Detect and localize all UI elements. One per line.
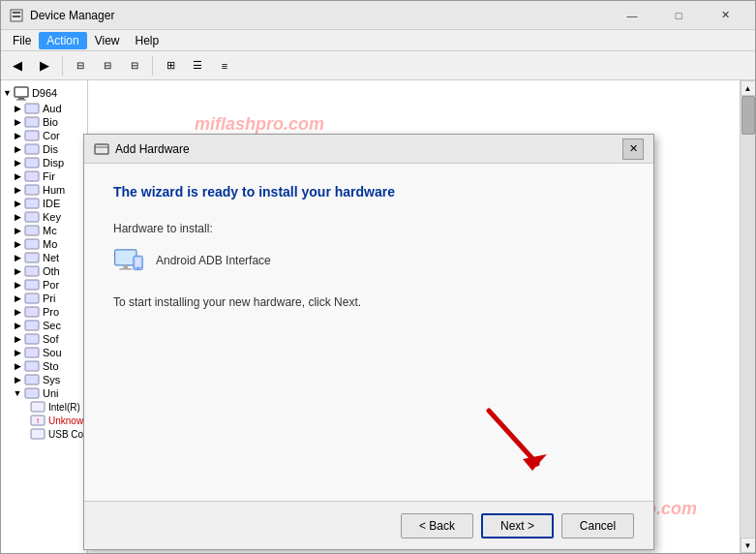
tree-item-aud[interactable]: ▶ Aud [9, 102, 87, 115]
svg-rect-32 [95, 144, 108, 154]
expand-pri: ▶ [13, 293, 22, 303]
tree-item-hum[interactable]: ▶ Hum [9, 183, 87, 197]
tree-item-cor[interactable]: ▶ Cor [9, 129, 87, 142]
sub-item-intel[interactable]: Intel(R) USB 3.0 eXtensible Host Control… [28, 400, 87, 414]
view-button1[interactable]: ☰ [185, 54, 210, 77]
svg-rect-23 [25, 334, 39, 344]
svg-rect-9 [25, 144, 39, 154]
scroll-up[interactable]: ▲ [741, 80, 756, 96]
tree-item-key[interactable]: ▶ Key [9, 210, 87, 224]
svg-rect-8 [25, 131, 39, 140]
toolbar-btn2[interactable]: ⊟ [95, 54, 120, 77]
menu-help[interactable]: Help [128, 32, 167, 49]
tree-item-net[interactable]: ▶ Net [9, 251, 87, 264]
sub-item-unknown[interactable]: ! Unknown USB Device (Device Descriptor … [28, 414, 87, 427]
item-label-sto: Sto [43, 360, 59, 372]
tree-item-disp[interactable]: ▶ Disp [9, 156, 87, 169]
menu-view[interactable]: View [87, 32, 128, 49]
menu-bar: File Action View Help [1, 30, 755, 51]
usb-icon-unknown: ! [30, 415, 45, 426]
toolbar-btn3[interactable]: ⊟ [122, 54, 147, 77]
dialog-title-bar: Add Hardware ✕ [84, 135, 653, 164]
tree-item-oth[interactable]: ▶ Oth [9, 264, 87, 278]
cancel-button-dialog[interactable]: Cancel [561, 513, 634, 539]
sub-item-composite-label: USB Composite Device [48, 429, 87, 440]
forward-button[interactable]: ▶ [32, 54, 57, 77]
expand-net: ▶ [13, 253, 22, 262]
tree-item-sys[interactable]: ▶ Sys [9, 373, 87, 386]
tree-item-pro[interactable]: ▶ Pro [9, 305, 87, 319]
title-bar: Device Manager — □ ✕ [1, 1, 755, 30]
dialog-title-icon [94, 141, 109, 157]
uni-sub-items: Intel(R) USB 3.0 eXtensible Host Control… [9, 400, 87, 441]
minimize-button[interactable]: — [610, 1, 654, 30]
svg-rect-27 [25, 388, 39, 398]
tree-item-sec[interactable]: ▶ Sec [9, 319, 87, 332]
dialog-footer: < Back Next > Cancel [84, 501, 653, 549]
tree-item-sou[interactable]: ▶ Sou [9, 346, 87, 359]
device-icon-key [24, 211, 40, 223]
item-label-sec: Sec [43, 320, 61, 331]
device-icon-por [24, 279, 40, 291]
toolbar-separator-2 [152, 56, 153, 76]
item-label-sof: Sof [43, 333, 59, 345]
item-label-mc: Mc [43, 225, 57, 236]
scroll-down[interactable]: ▼ [741, 538, 756, 553]
sub-item-intel-label: Intel(R) USB 3.0 eXtensible Host Control… [48, 402, 87, 413]
tree-item-pri[interactable]: ▶ Pri [9, 292, 87, 305]
properties-button[interactable]: ⊟ [68, 54, 93, 77]
sub-item-composite[interactable]: USB Composite Device [28, 427, 87, 441]
tree-root-item[interactable]: ▼ D964 [1, 84, 87, 102]
tree-item-dis[interactable]: ▶ Dis [9, 142, 87, 156]
device-icon-sec [24, 320, 40, 331]
next-button-dialog[interactable]: Next > [481, 513, 554, 539]
window-title: Device Manager [30, 9, 610, 22]
svg-rect-3 [15, 87, 28, 97]
expand-disp: ▶ [13, 158, 22, 168]
tree-item-sto[interactable]: ▶ Sto [9, 359, 87, 373]
android-device-icon [113, 245, 144, 276]
svg-rect-19 [25, 280, 39, 290]
menu-action[interactable]: Action [39, 32, 86, 49]
back-button[interactable]: ◀ [5, 54, 30, 77]
expand-sou: ▶ [13, 348, 22, 357]
device-icon-hum [24, 184, 40, 196]
expand-sec: ▶ [13, 321, 22, 330]
expand-sys: ▶ [13, 375, 22, 385]
close-button[interactable]: ✕ [703, 1, 747, 30]
svg-rect-7 [25, 117, 39, 127]
expand-fir: ▶ [13, 171, 22, 181]
tree-item-fir[interactable]: ▶ Fir [9, 169, 87, 183]
tree-item-bio[interactable]: ▶ Bio [9, 115, 87, 129]
item-label-bio: Bio [43, 116, 58, 128]
view-button2[interactable]: ≡ [212, 54, 237, 77]
svg-rect-5 [16, 100, 26, 101]
usb-icon-intel [30, 401, 45, 413]
tree-item-uni[interactable]: ▼ Uni [9, 386, 87, 400]
expand-hum: ▶ [13, 185, 22, 195]
svg-rect-10 [25, 158, 39, 168]
scroll-track[interactable] [741, 96, 756, 538]
expand-mc: ▶ [13, 226, 22, 235]
usb-icon-composite [30, 428, 45, 440]
tree-item-sof[interactable]: ▶ Sof [9, 332, 87, 346]
item-label-pro: Pro [43, 306, 59, 318]
scan-button[interactable]: ⊞ [158, 54, 183, 77]
device-icon-bio [24, 116, 40, 128]
item-label-por: Por [43, 279, 59, 291]
tree-item-ide[interactable]: ▶ IDE [9, 197, 87, 210]
device-icon-sou [24, 347, 40, 358]
device-icon-oth [24, 265, 40, 277]
restore-button[interactable]: □ [656, 1, 701, 30]
tree-item-mo[interactable]: ▶ Mo [9, 237, 87, 251]
menu-file[interactable]: File [5, 32, 39, 49]
tree-item-por[interactable]: ▶ Por [9, 278, 87, 292]
toolbar: ◀ ▶ ⊟ ⊟ ⊟ ⊞ ☰ ≡ [1, 51, 755, 80]
app-icon [9, 8, 24, 23]
dialog-close-button[interactable]: ✕ [622, 138, 644, 160]
scroll-thumb[interactable] [741, 96, 755, 135]
back-button-dialog[interactable]: < Back [401, 513, 473, 539]
tree-item-mc[interactable]: ▶ Mc [9, 224, 87, 237]
hardware-item: Android ADB Interface [113, 245, 624, 276]
svg-text:!: ! [37, 416, 39, 425]
